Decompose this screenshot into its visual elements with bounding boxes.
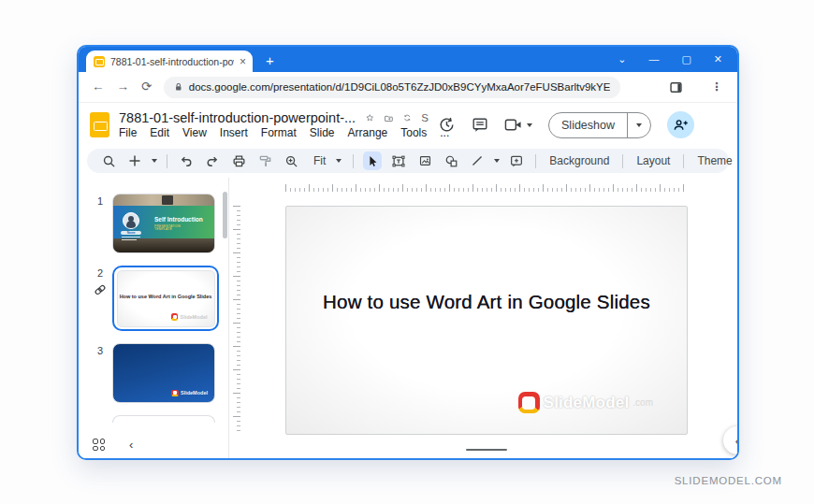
filmstrip-item-2[interactable]: 2 How to use Word Art in Google Slides S… <box>88 266 228 331</box>
header-actions: Slideshow <box>438 111 694 138</box>
menu-view[interactable]: View <box>182 126 207 139</box>
line-dropdown-icon[interactable] <box>494 159 500 163</box>
menu-file[interactable]: File <box>119 126 137 139</box>
toolbar-divider <box>353 154 354 168</box>
new-tab-button[interactable]: + <box>266 53 274 67</box>
side-panel-toggle-button[interactable]: ‹ <box>723 426 739 454</box>
menu-slide[interactable]: Slide <box>310 126 335 139</box>
toolbar: Fit Background Layout Theme ⋮ <box>87 149 729 173</box>
slide-thumbnail-1[interactable]: Name Self Introduction PRESENTATION TEMP… <box>112 194 215 253</box>
slideshow-button[interactable]: Slideshow <box>548 112 651 138</box>
horizontal-ruler <box>285 183 688 192</box>
insert-line-icon[interactable] <box>468 151 487 170</box>
slide-number: 2 <box>97 267 103 279</box>
slide-canvas: How to use Word Art in Google Slides Sli… <box>228 178 737 458</box>
browser-menu-icon[interactable]: ⋮ <box>711 81 722 93</box>
lock-icon <box>174 81 183 93</box>
menu-tools[interactable]: Tools <box>400 126 427 139</box>
redo-icon[interactable] <box>203 151 222 170</box>
close-button[interactable]: ✕ <box>714 54 722 65</box>
thumb1-caption-line <box>122 239 137 240</box>
reload-icon[interactable]: ⟳ <box>141 80 152 94</box>
tab-close-icon[interactable]: × <box>240 56 246 67</box>
thumb2-logo: SlideModel <box>171 313 208 321</box>
slide-number: 3 <box>97 345 103 356</box>
minimize-button[interactable]: — <box>648 54 659 65</box>
print-icon[interactable] <box>229 151 248 170</box>
slidemodel-logo-icon <box>171 390 179 397</box>
comments-icon[interactable] <box>472 117 488 134</box>
slide-title-wordart[interactable]: How to use Word Art in Google Slides <box>286 291 687 313</box>
video-camera-icon <box>504 118 522 132</box>
thumb3-logo: SlideModel <box>171 390 208 397</box>
thumb1-banner: Name Self Introduction PRESENTATION TEMP… <box>113 206 214 238</box>
forward-icon[interactable]: → <box>117 80 130 94</box>
slidemodel-logo-text: SlideModel <box>544 394 630 412</box>
grid-view-button[interactable] <box>93 439 105 451</box>
profile-chevron-icon[interactable]: ⌄ <box>618 54 626 65</box>
insert-shape-icon[interactable] <box>442 151 460 170</box>
sync-status-icon[interactable] <box>403 111 412 124</box>
menu-format[interactable]: Format <box>261 126 297 139</box>
layout-button[interactable]: Layout <box>632 154 674 167</box>
slidemodel-logo-icon <box>518 392 540 413</box>
filmstrip-item-4-partial[interactable] <box>88 415 228 423</box>
thumb2-title: How to use Word Art in Google Slides <box>118 294 214 299</box>
address-bar[interactable]: docs.google.com/presentation/d/1D9CiL08o… <box>164 77 620 98</box>
star-icon[interactable] <box>366 111 374 124</box>
slide-number: 1 <box>97 195 103 207</box>
urlbar-right: ⋮ <box>669 80 722 94</box>
back-icon[interactable]: ← <box>92 80 105 94</box>
share-button[interactable] <box>667 111 694 138</box>
toolbar-divider <box>535 154 536 168</box>
insert-image-icon[interactable] <box>415 151 434 170</box>
menu-arrange[interactable]: Arrange <box>348 126 388 139</box>
zoom-select[interactable]: Fit <box>308 154 343 167</box>
slideshow-label[interactable]: Slideshow <box>549 113 627 137</box>
new-slide-icon[interactable] <box>125 151 144 170</box>
new-slide-dropdown-icon[interactable] <box>152 159 157 163</box>
slidemodel-logo-text: SlideModel <box>180 314 207 320</box>
current-slide[interactable]: How to use Word Art in Google Slides Sli… <box>285 206 688 435</box>
tab-title: 7881-01-self-introduction-pow… <box>110 56 234 67</box>
thumb1-name-text: Name <box>127 231 136 234</box>
select-tool-icon[interactable] <box>363 151 382 170</box>
vertical-ruler <box>232 206 240 435</box>
google-slides-icon[interactable] <box>90 112 109 137</box>
text-box-icon[interactable] <box>389 151 408 170</box>
avatar <box>123 212 139 229</box>
save-status-text: S <box>421 112 429 123</box>
browser-tab[interactable]: 7881-01-self-introduction-pow… × <box>86 50 253 72</box>
side-panel-icon[interactable] <box>669 80 683 94</box>
toolbar-divider <box>683 154 684 168</box>
toolbar-divider <box>167 154 167 168</box>
move-folder-icon[interactable] <box>385 112 393 124</box>
filmstrip-item-3[interactable]: 3 SlideModel <box>88 343 228 403</box>
collapse-filmstrip-button[interactable]: ‹ <box>129 439 133 451</box>
slide-thumbnail-3[interactable]: SlideModel <box>112 343 215 403</box>
search-menus-icon[interactable] <box>99 151 118 170</box>
filmstrip-scrollbar[interactable] <box>223 192 227 238</box>
insert-comment-icon[interactable] <box>507 151 526 170</box>
slide-thumbnail-4-partial[interactable] <box>112 415 215 423</box>
zoom-icon[interactable] <box>282 151 300 170</box>
background-button[interactable]: Background <box>545 154 613 167</box>
url-text: docs.google.com/presentation/d/1D9CiL08o… <box>189 81 611 93</box>
paint-format-icon[interactable] <box>255 151 274 170</box>
slidemodel-logo-text: SlideModel <box>181 390 208 396</box>
thumb1-name-badge: Name <box>121 231 141 236</box>
maximize-button[interactable]: ▢ <box>681 54 690 65</box>
version-history-icon[interactable] <box>438 116 456 134</box>
slide-thumbnail-2-selected[interactable]: How to use Word Art in Google Slides Sli… <box>112 266 219 331</box>
undo-icon[interactable] <box>177 151 196 170</box>
menu-insert[interactable]: Insert <box>220 126 248 139</box>
document-title[interactable]: 7881-01-self-introduction-powerpoint-... <box>119 110 356 125</box>
slideshow-dropdown[interactable] <box>627 113 650 137</box>
menu-edit[interactable]: Edit <box>150 126 169 139</box>
filmstrip-item-1[interactable]: 1 Name Self Introduction PRESENTATION TE… <box>88 194 228 253</box>
doc-title-block: 7881-01-self-introduction-powerpoint-...… <box>119 110 429 139</box>
theme-button[interactable]: Theme <box>693 154 735 167</box>
speaker-notes-handle[interactable] <box>466 449 507 452</box>
meet-button[interactable] <box>504 118 532 132</box>
slidemodel-logo: SlideModel .com <box>518 392 653 413</box>
